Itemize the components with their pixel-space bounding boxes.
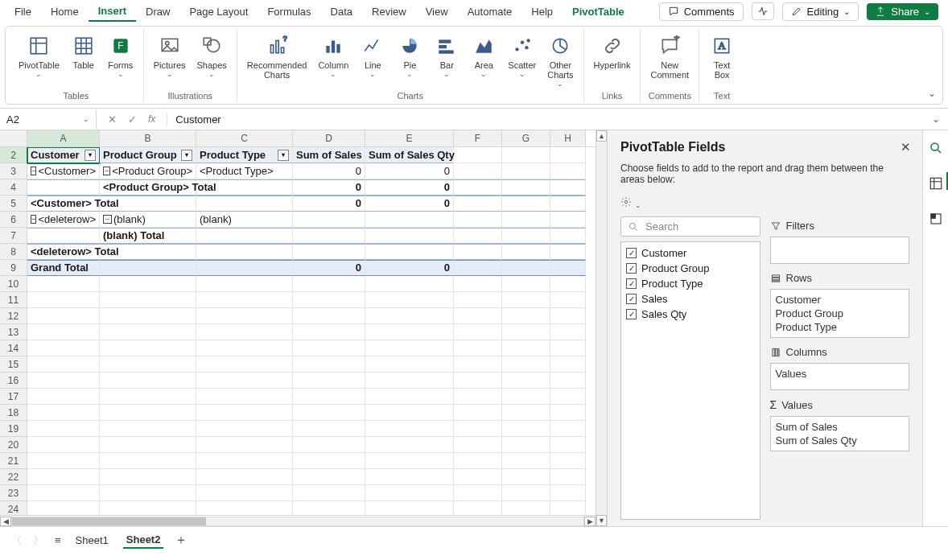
cell-E7[interactable] [365,228,454,244]
row-header[interactable]: 24 [0,501,27,515]
field-product-group[interactable]: ✓Product Group [626,261,755,276]
col-header-E[interactable]: E [365,130,454,146]
cell[interactable] [293,485,365,501]
cell-G6[interactable] [502,212,550,228]
cell-A5[interactable]: <Customer> Total [27,196,100,212]
cell[interactable] [100,373,196,389]
cell-A9[interactable]: Grand Total [27,260,100,276]
cell[interactable] [550,324,586,340]
cell[interactable] [454,356,502,373]
line-chart-button[interactable]: Line⌄ [357,31,389,89]
all-sheets-button[interactable]: ≡ [55,534,61,546]
cell[interactable] [365,292,454,308]
recommended-charts-button[interactable]: ? Recommended Charts [244,31,311,89]
cell[interactable] [502,421,550,437]
cell[interactable] [27,276,100,292]
row-item[interactable]: Product Group [776,307,905,320]
cell[interactable] [454,373,502,389]
accept-formula-icon[interactable]: ✓ [128,113,137,126]
scroll-right-icon[interactable]: ▶ [584,517,596,526]
cell[interactable] [27,324,100,340]
cell[interactable] [502,292,550,308]
cell[interactable] [293,469,365,485]
cell[interactable] [196,324,293,340]
cell[interactable] [502,276,550,292]
cell[interactable] [502,389,550,405]
field-search-input[interactable]: Search [620,216,760,237]
row-header[interactable]: 20 [0,437,27,453]
cell[interactable] [27,356,100,373]
cell[interactable] [365,356,454,373]
cell[interactable] [293,292,365,308]
cell-A6[interactable]: −<deleterow> [27,212,100,228]
tab-insert[interactable]: Insert [89,2,136,22]
table-button[interactable]: Table [68,31,100,80]
cell-E6[interactable] [365,212,454,228]
cell[interactable] [454,340,502,356]
cell[interactable] [454,453,502,469]
cell-F9[interactable] [454,260,502,276]
cell[interactable] [502,373,550,389]
cell-B7[interactable]: (blank) Total [100,228,196,244]
fx-icon[interactable]: fx [148,113,155,125]
formula-input[interactable]: Customer [167,110,924,129]
worksheet-area[interactable]: A B C D E F G H 2 Customer ▾ Product Gro… [0,130,596,526]
scroll-thumb[interactable] [12,517,206,525]
tab-home[interactable]: Home [41,2,89,21]
cell[interactable] [454,308,502,324]
cell-F6[interactable] [454,212,502,228]
cell[interactable] [293,389,365,405]
cell-info-button[interactable] [923,208,949,230]
cell-C2[interactable]: Product Type ▾ [196,147,293,163]
cell[interactable] [502,437,550,453]
tab-page-layout[interactable]: Page Layout [179,2,258,21]
cell[interactable] [100,340,196,356]
sheet-tab-1[interactable]: Sheet1 [72,533,112,548]
sheet-tab-2[interactable]: Sheet2 [123,532,164,549]
cell-A8[interactable]: <deleterow> Total [27,244,100,260]
cell[interactable] [454,389,502,405]
row-header-5[interactable]: 5 [0,196,27,212]
cell-F2[interactable] [454,147,502,163]
cell-H6[interactable] [550,212,586,228]
cell[interactable] [502,405,550,421]
cell[interactable] [27,469,100,485]
row-header[interactable]: 23 [0,485,27,501]
values-drop-area[interactable]: Sum of Sales Sum of Sales Qty [770,416,910,451]
cell[interactable] [454,485,502,501]
cell-B4[interactable]: <Product Group> Total [100,179,196,196]
cell[interactable] [196,340,293,356]
row-header-6[interactable]: 6 [0,212,27,228]
cell[interactable] [196,437,293,453]
cell[interactable] [27,437,100,453]
ribbon-collapse-button[interactable]: ⌄ [928,88,936,99]
cell-B5[interactable] [100,196,196,212]
checkbox-icon[interactable]: ✓ [626,278,637,289]
col-header-H[interactable]: H [550,130,586,146]
checkbox-icon[interactable]: ✓ [626,309,637,319]
vertical-scrollbar[interactable]: ▲ ▼ [596,130,607,526]
cell-G7[interactable] [502,228,550,244]
cell[interactable] [293,437,365,453]
scroll-left-icon[interactable]: ◀ [0,517,11,526]
col-header-F[interactable]: F [454,130,502,146]
cell[interactable] [502,453,550,469]
cell[interactable] [550,485,586,501]
search-pane-button[interactable] [923,137,949,159]
cell[interactable] [293,373,365,389]
value-item[interactable]: Sum of Sales Qty [776,434,905,447]
cell[interactable] [454,501,502,515]
cell[interactable] [100,356,196,373]
tab-review[interactable]: Review [362,2,416,21]
cell-F7[interactable] [454,228,502,244]
cell[interactable] [550,340,586,356]
add-sheet-button[interactable]: ＋ [175,532,188,549]
cell-C7[interactable] [196,228,293,244]
cell[interactable] [100,501,196,515]
cell[interactable] [365,340,454,356]
cell[interactable] [365,485,454,501]
cell-H9[interactable] [550,260,586,276]
tab-formulas[interactable]: Formulas [258,2,320,21]
cell-B3[interactable]: −<Product Group> [100,163,196,179]
cell[interactable] [550,276,586,292]
